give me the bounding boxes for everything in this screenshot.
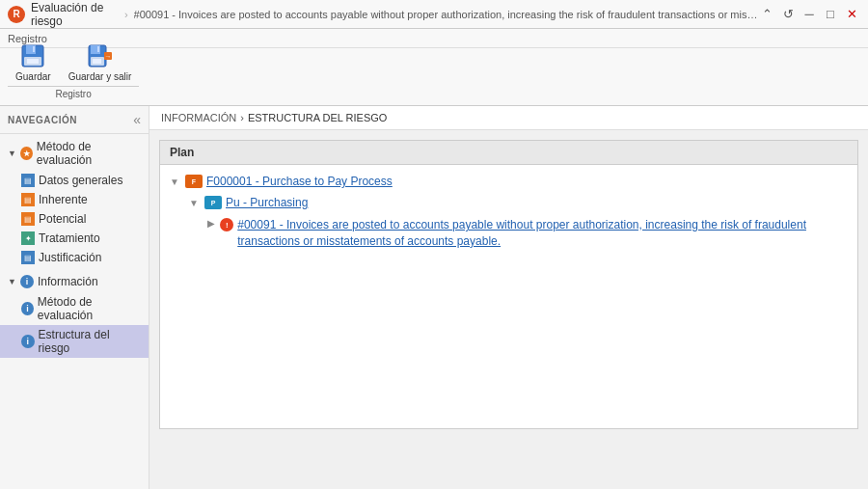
sidebar-item-datos-generales[interactable]: ▤ Datos generales [0,171,149,190]
title-bar-controls: ⌃ ↺ ─ □ ✕ [758,6,860,23]
subprocess-icon: P [204,196,222,209]
toolbar-registro-section: Guardar → Guardar y salir [8,39,139,101]
close-button[interactable]: ✕ [843,6,860,23]
toolbar: Guardar → Guardar y salir [0,48,868,106]
estructura-icon: i [21,335,35,348]
tree-node-2-label[interactable]: Pu - Purchasing [226,196,308,209]
potencial-icon: ▤ [21,212,35,226]
informacion-icon: i [20,275,34,288]
save-exit-button[interactable]: → Guardar y salir [61,39,140,86]
sidebar-item-potencial-label: Potencial [39,212,86,226]
svg-rect-7 [97,46,99,52]
save-button[interactable]: Guardar [8,39,59,86]
tree-node-1-label[interactable]: F000001 - Purchase to Pay Process [206,175,393,188]
chevron-down-icon-2: ▼ [8,277,16,286]
expand-node-1[interactable]: ▼ [168,177,181,187]
sidebar-item-inherente-label: Inherente [39,193,88,206]
toolbar-buttons: Guardar → Guardar y salir [8,39,139,86]
tratamiento-icon: ✦ [21,231,35,245]
content-breadcrumb: INFORMACIÓN › ESTRUCTURA DEL RIESGO [149,106,868,130]
sidebar-item-metodo-evaluacion-info-label: Método de evaluación [38,295,141,322]
sidebar-section-informacion: ▼ i Información i Método de evaluación i… [0,269,149,360]
save-exit-icon: → [86,42,113,69]
app-icon: R [8,6,25,23]
title-bar-left: R Evaluación de riesgo › #00091 - Invoic… [8,1,758,28]
main-layout: NAVEGACIÓN « ▼ ★ Método de evaluación ▤ … [0,106,868,489]
risk-icon: ! [220,218,233,231]
nav-label: NAVEGACIÓN [8,115,77,125]
expand-node-2[interactable]: ▼ [187,198,201,208]
minimize-button[interactable]: ─ [800,6,818,23]
title-bar: R Evaluación de riesgo › #00091 - Invoic… [0,0,868,29]
sidebar-item-tratamiento-label: Tratamiento [39,231,100,245]
tree-node-1[interactable]: ▼ F F000001 - Purchase to Pay Process [160,171,857,192]
title-breadcrumb: #00091 - Invoices are posted to accounts… [134,9,758,20]
plan-header: Plan [160,141,857,165]
sidebar-item-justificacion-label: Justificación [39,251,101,264]
toolbar-section-label: Registro [8,86,139,101]
app-title: Evaluación de riesgo [31,1,119,28]
breadcrumb-separator: › [240,112,244,123]
sidebar-section-metodo: ▼ ★ Método de evaluación ▤ Datos general… [0,134,149,269]
content-body: Plan ▼ F F000001 - Purchase to Pay Proce… [149,130,868,489]
svg-text:→: → [105,53,112,60]
sidebar-item-estructura-riesgo-label: Estructura del riesgo [39,328,141,355]
sidebar-item-potencial[interactable]: ▤ Potencial [0,209,149,229]
tree-node-3[interactable]: ▶ ! #00091 - Invoices are posted to acco… [160,213,857,254]
sidebar: NAVEGACIÓN « ▼ ★ Método de evaluación ▤ … [0,106,149,489]
sidebar-group-informacion-label: Información [38,275,98,288]
sidebar-group-metodo-label: Método de evaluación [37,140,141,167]
justificacion-icon: ▤ [21,251,35,264]
sidebar-item-inherente[interactable]: ▤ Inherente [0,190,149,209]
plan-panel: Plan ▼ F F000001 - Purchase to Pay Proce… [159,140,858,429]
tree-node-2[interactable]: ▼ P Pu - Purchasing [160,192,857,213]
sidebar-item-estructura-riesgo[interactable]: i Estructura del riesgo [0,325,149,358]
sidebar-item-tratamiento[interactable]: ✦ Tratamiento [0,229,149,248]
content-area: INFORMACIÓN › ESTRUCTURA DEL RIESGO Plan… [149,106,868,489]
svg-rect-4 [27,59,39,64]
expand-node-3[interactable]: ▶ [206,218,216,229]
process-icon: F [185,175,203,188]
datos-generales-icon: ▤ [21,174,35,187]
sidebar-group-metodo-evaluacion[interactable]: ▼ ★ Método de evaluación [0,136,149,171]
nav-up-button[interactable]: ⌃ [758,6,775,23]
breadcrumb-current: ESTRUCTURA DEL RIESGO [248,112,387,123]
sidebar-collapse-button[interactable]: « [133,112,141,127]
plan-body: ▼ F F000001 - Purchase to Pay Process ▼ … [160,165,857,259]
save-icon [19,42,46,69]
svg-rect-2 [33,46,35,52]
inherente-icon: ▤ [21,193,35,206]
title-separator: › [124,9,128,20]
metodo-icon: ★ [20,147,33,160]
sidebar-group-informacion[interactable]: ▼ i Información [0,271,149,292]
sidebar-header: NAVEGACIÓN « [0,106,149,134]
breadcrumb-info: INFORMACIÓN [161,112,236,123]
svg-rect-9 [93,59,101,64]
maximize-button[interactable]: □ [822,6,839,23]
sidebar-item-justificacion[interactable]: ▤ Justificación [0,248,149,267]
save-button-label: Guardar [15,71,51,82]
refresh-button[interactable]: ↺ [779,6,797,23]
tree-node-3-label[interactable]: #00091 - Invoices are posted to accounts… [237,217,850,250]
save-exit-button-label: Guardar y salir [68,71,132,82]
sidebar-item-metodo-evaluacion-info[interactable]: i Método de evaluación [0,292,149,325]
sidebar-item-datos-generales-label: Datos generales [39,174,122,187]
metodo-info-icon: i [21,302,34,315]
chevron-down-icon: ▼ [8,149,16,158]
